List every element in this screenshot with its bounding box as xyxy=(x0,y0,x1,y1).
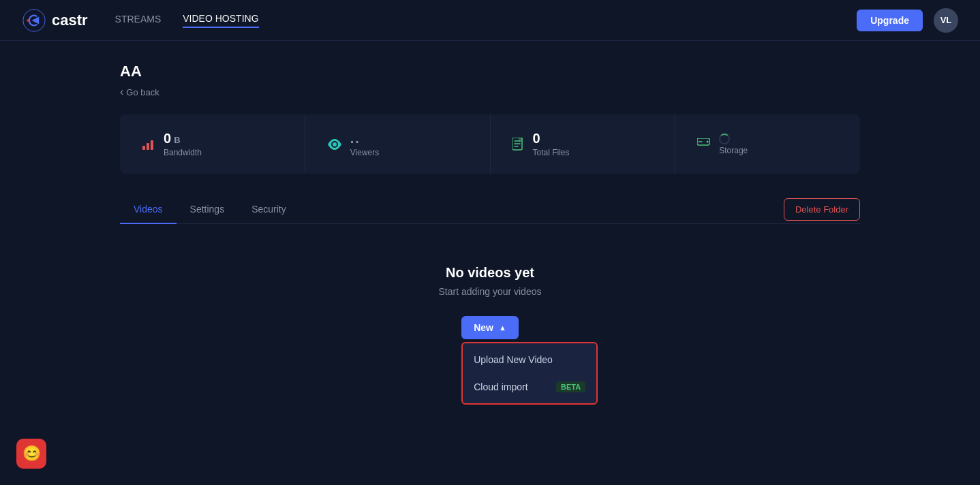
file-icon xyxy=(512,138,525,151)
upgrade-button[interactable]: Upgrade xyxy=(857,10,923,31)
upload-new-video-label: Upload New Video xyxy=(474,354,553,365)
stats-bar: 0 B Bandwidth .. Viewers xyxy=(120,114,860,174)
nav-left: castr STREAMS VIDEO HOSTING xyxy=(22,8,259,33)
chevron-up-icon: ▲ xyxy=(499,324,506,332)
tab-videos[interactable]: Videos xyxy=(120,195,177,224)
svg-point-5 xyxy=(333,142,337,146)
nav-links: STREAMS VIDEO HOSTING xyxy=(115,13,259,28)
svg-rect-7 xyxy=(519,138,523,142)
svg-rect-2 xyxy=(142,146,145,150)
upload-new-video-item[interactable]: Upload New Video xyxy=(463,346,596,373)
tab-settings[interactable]: Settings xyxy=(177,195,239,224)
stat-viewers: .. Viewers xyxy=(305,114,491,174)
tab-security[interactable]: Security xyxy=(238,195,300,224)
bandwidth-unit: B xyxy=(174,135,180,145)
logo[interactable]: castr xyxy=(22,8,88,33)
total-files-label: Total Files xyxy=(533,148,570,157)
new-dropdown-menu: Upload New Video Cloud import BETA xyxy=(461,342,598,405)
svg-rect-4 xyxy=(151,140,153,150)
new-button-label: New xyxy=(474,322,493,333)
avatar[interactable]: VL xyxy=(934,8,958,33)
stat-total-files: 0 Total Files xyxy=(491,114,676,174)
page-title: AA xyxy=(120,63,860,80)
storage-icon xyxy=(697,138,711,151)
bandwidth-value: 0 xyxy=(164,131,171,146)
svg-point-9 xyxy=(707,140,709,142)
stat-bandwidth: 0 B Bandwidth xyxy=(120,114,305,174)
cloud-import-label: Cloud import xyxy=(474,381,527,392)
new-dropdown-wrapper: New ▲ Upload New Video Cloud import BETA xyxy=(461,316,519,339)
logo-text: castr xyxy=(52,12,88,29)
tabs-row: Videos Settings Security Delete Folder xyxy=(120,195,860,224)
logo-icon xyxy=(22,8,46,33)
bandwidth-label: Bandwidth xyxy=(164,148,202,157)
new-button[interactable]: New ▲ xyxy=(461,316,519,339)
svg-rect-3 xyxy=(147,143,149,150)
nav-link-streams[interactable]: STREAMS xyxy=(115,14,162,27)
empty-state: No videos yet Start adding your videos N… xyxy=(120,224,860,339)
eye-icon xyxy=(327,139,342,150)
total-files-value: 0 xyxy=(533,131,540,146)
viewers-label: Viewers xyxy=(350,148,379,157)
storage-spinner xyxy=(719,134,730,144)
svg-point-1 xyxy=(27,19,29,22)
navbar: castr STREAMS VIDEO HOSTING Upgrade VL xyxy=(0,0,980,41)
beta-badge: BETA xyxy=(556,381,585,392)
storage-label: Storage xyxy=(719,146,748,155)
go-back-link[interactable]: Go back xyxy=(120,86,860,98)
viewers-value: .. xyxy=(350,131,361,146)
bar-chart-icon xyxy=(142,138,155,151)
nav-right: Upgrade VL xyxy=(857,8,958,33)
delete-folder-button[interactable]: Delete Folder xyxy=(784,198,860,221)
empty-subtitle: Start adding your videos xyxy=(439,286,542,297)
cloud-import-item[interactable]: Cloud import BETA xyxy=(463,373,596,401)
stat-storage: Storage xyxy=(675,117,860,172)
empty-title: No videos yet xyxy=(446,265,534,281)
main-content: AA Go back 0 B Bandwidth xyxy=(0,41,980,361)
chat-widget[interactable]: 😊 xyxy=(16,439,46,469)
tabs: Videos Settings Security xyxy=(120,195,300,223)
nav-link-video-hosting[interactable]: VIDEO HOSTING xyxy=(183,13,258,28)
